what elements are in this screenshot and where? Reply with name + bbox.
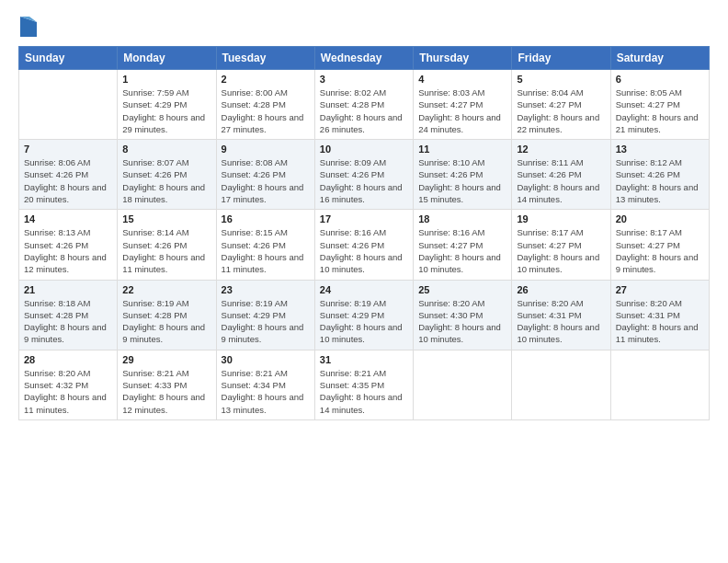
calendar-cell: 13Sunrise: 8:12 AMSunset: 4:26 PMDayligh…: [610, 140, 709, 210]
day-number: 9: [222, 144, 310, 155]
day-number: 19: [517, 213, 605, 224]
calendar-cell: 26Sunrise: 8:20 AMSunset: 4:31 PMDayligh…: [512, 280, 610, 350]
day-info: Sunrise: 8:20 AMSunset: 4:31 PMDaylight:…: [616, 297, 704, 346]
day-number: 11: [418, 144, 506, 155]
calendar-cell: 5Sunrise: 8:04 AMSunset: 4:27 PMDaylight…: [512, 70, 610, 140]
day-info: Sunrise: 8:13 AMSunset: 4:26 PMDaylight:…: [24, 226, 112, 275]
day-info: Sunrise: 8:07 AMSunset: 4:26 PMDaylight:…: [122, 156, 210, 205]
calendar-cell: 8Sunrise: 8:07 AMSunset: 4:26 PMDaylight…: [118, 140, 216, 210]
day-info: Sunrise: 8:20 AMSunset: 4:32 PMDaylight:…: [24, 367, 112, 416]
day-number: 1: [122, 74, 210, 85]
day-info: Sunrise: 8:21 AMSunset: 4:35 PMDaylight:…: [320, 367, 408, 416]
day-number: 26: [517, 284, 605, 295]
day-number: 5: [517, 74, 605, 85]
day-info: Sunrise: 8:16 AMSunset: 4:26 PMDaylight:…: [320, 226, 408, 275]
calendar-cell: 31Sunrise: 8:21 AMSunset: 4:35 PMDayligh…: [314, 350, 413, 419]
day-number: 17: [320, 213, 408, 224]
calendar-cell: 23Sunrise: 8:19 AMSunset: 4:29 PMDayligh…: [216, 280, 314, 350]
day-info: Sunrise: 8:14 AMSunset: 4:26 PMDaylight:…: [122, 226, 210, 275]
day-number: 8: [122, 144, 210, 155]
calendar-cell: 27Sunrise: 8:20 AMSunset: 4:31 PMDayligh…: [610, 280, 709, 350]
day-number: 18: [418, 213, 506, 224]
day-number: 29: [122, 354, 210, 365]
day-number: 10: [320, 144, 408, 155]
day-number: 2: [222, 74, 310, 85]
calendar-cell: 1Sunrise: 7:59 AMSunset: 4:29 PMDaylight…: [118, 70, 216, 140]
calendar-table: SundayMondayTuesdayWednesdayThursdayFrid…: [18, 46, 710, 420]
weekday-header-saturday: Saturday: [610, 47, 709, 70]
day-number: 21: [24, 284, 112, 295]
calendar-cell: 15Sunrise: 8:14 AMSunset: 4:26 PMDayligh…: [118, 210, 216, 280]
day-number: 31: [320, 354, 408, 365]
calendar-cell: 12Sunrise: 8:11 AMSunset: 4:26 PMDayligh…: [512, 140, 610, 210]
calendar-cell: 22Sunrise: 8:19 AMSunset: 4:28 PMDayligh…: [118, 280, 216, 350]
day-info: Sunrise: 8:02 AMSunset: 4:28 PMDaylight:…: [320, 86, 408, 135]
day-number: 4: [418, 74, 506, 85]
day-number: 3: [320, 74, 408, 85]
day-info: Sunrise: 8:19 AMSunset: 4:29 PMDaylight:…: [222, 297, 310, 346]
calendar-cell: [610, 350, 709, 419]
calendar-cell: 9Sunrise: 8:08 AMSunset: 4:26 PMDaylight…: [216, 140, 314, 210]
calendar-cell: 3Sunrise: 8:02 AMSunset: 4:28 PMDaylight…: [314, 70, 413, 140]
weekday-header-wednesday: Wednesday: [314, 47, 413, 70]
day-number: 7: [24, 144, 112, 155]
calendar-cell: 10Sunrise: 8:09 AMSunset: 4:26 PMDayligh…: [314, 140, 413, 210]
day-info: Sunrise: 8:12 AMSunset: 4:26 PMDaylight:…: [616, 156, 704, 205]
calendar-cell: 7Sunrise: 8:06 AMSunset: 4:26 PMDaylight…: [19, 140, 118, 210]
day-info: Sunrise: 8:19 AMSunset: 4:29 PMDaylight:…: [320, 297, 408, 346]
logo: [18, 17, 37, 37]
weekday-header-monday: Monday: [118, 47, 216, 70]
day-info: Sunrise: 8:11 AMSunset: 4:26 PMDaylight:…: [517, 156, 605, 205]
calendar-cell: 6Sunrise: 8:05 AMSunset: 4:27 PMDaylight…: [610, 70, 709, 140]
calendar-cell: [414, 350, 512, 419]
calendar-cell: 4Sunrise: 8:03 AMSunset: 4:27 PMDaylight…: [414, 70, 512, 140]
day-info: Sunrise: 8:20 AMSunset: 4:31 PMDaylight:…: [517, 297, 605, 346]
calendar-cell: 18Sunrise: 8:16 AMSunset: 4:27 PMDayligh…: [414, 210, 512, 280]
day-info: Sunrise: 8:16 AMSunset: 4:27 PMDaylight:…: [418, 226, 506, 275]
calendar-cell: 20Sunrise: 8:17 AMSunset: 4:27 PMDayligh…: [610, 210, 709, 280]
calendar-cell: 2Sunrise: 8:00 AMSunset: 4:28 PMDaylight…: [216, 70, 314, 140]
header: [18, 17, 710, 37]
calendar-cell: [19, 70, 118, 140]
day-number: 24: [320, 284, 408, 295]
day-info: Sunrise: 8:04 AMSunset: 4:27 PMDaylight:…: [517, 86, 605, 135]
weekday-header-tuesday: Tuesday: [216, 47, 314, 70]
day-info: Sunrise: 8:05 AMSunset: 4:27 PMDaylight:…: [616, 86, 704, 135]
page: SundayMondayTuesdayWednesdayThursdayFrid…: [0, 0, 728, 563]
calendar-cell: 14Sunrise: 8:13 AMSunset: 4:26 PMDayligh…: [19, 210, 118, 280]
day-number: 15: [122, 213, 210, 224]
day-info: Sunrise: 8:00 AMSunset: 4:28 PMDaylight:…: [222, 86, 310, 135]
calendar-cell: [512, 350, 610, 419]
day-number: 13: [616, 144, 704, 155]
day-info: Sunrise: 8:03 AMSunset: 4:27 PMDaylight:…: [418, 86, 506, 135]
weekday-header-thursday: Thursday: [414, 47, 512, 70]
day-number: 6: [616, 74, 704, 85]
calendar-cell: 17Sunrise: 8:16 AMSunset: 4:26 PMDayligh…: [314, 210, 413, 280]
day-info: Sunrise: 8:06 AMSunset: 4:26 PMDaylight:…: [24, 156, 112, 205]
calendar-cell: 11Sunrise: 8:10 AMSunset: 4:26 PMDayligh…: [414, 140, 512, 210]
day-info: Sunrise: 8:17 AMSunset: 4:27 PMDaylight:…: [616, 226, 704, 275]
calendar-cell: 28Sunrise: 8:20 AMSunset: 4:32 PMDayligh…: [19, 350, 118, 419]
day-info: Sunrise: 8:10 AMSunset: 4:26 PMDaylight:…: [418, 156, 506, 205]
weekday-header-sunday: Sunday: [19, 47, 118, 70]
day-number: 30: [222, 354, 310, 365]
day-number: 28: [24, 354, 112, 365]
day-number: 20: [616, 213, 704, 224]
day-number: 14: [24, 213, 112, 224]
day-info: Sunrise: 8:08 AMSunset: 4:26 PMDaylight:…: [222, 156, 310, 205]
day-number: 25: [418, 284, 506, 295]
calendar-cell: 25Sunrise: 8:20 AMSunset: 4:30 PMDayligh…: [414, 280, 512, 350]
svg-marker-0: [20, 17, 37, 37]
calendar-cell: 24Sunrise: 8:19 AMSunset: 4:29 PMDayligh…: [314, 280, 413, 350]
day-number: 12: [517, 144, 605, 155]
calendar-cell: 30Sunrise: 8:21 AMSunset: 4:34 PMDayligh…: [216, 350, 314, 419]
day-number: 22: [122, 284, 210, 295]
day-number: 27: [616, 284, 704, 295]
calendar-cell: 29Sunrise: 8:21 AMSunset: 4:33 PMDayligh…: [118, 350, 216, 419]
day-info: Sunrise: 8:21 AMSunset: 4:34 PMDaylight:…: [222, 367, 310, 416]
day-number: 16: [222, 213, 310, 224]
day-info: Sunrise: 8:18 AMSunset: 4:28 PMDaylight:…: [24, 297, 112, 346]
day-info: Sunrise: 8:19 AMSunset: 4:28 PMDaylight:…: [122, 297, 210, 346]
weekday-header-friday: Friday: [512, 47, 610, 70]
calendar-cell: 19Sunrise: 8:17 AMSunset: 4:27 PMDayligh…: [512, 210, 610, 280]
